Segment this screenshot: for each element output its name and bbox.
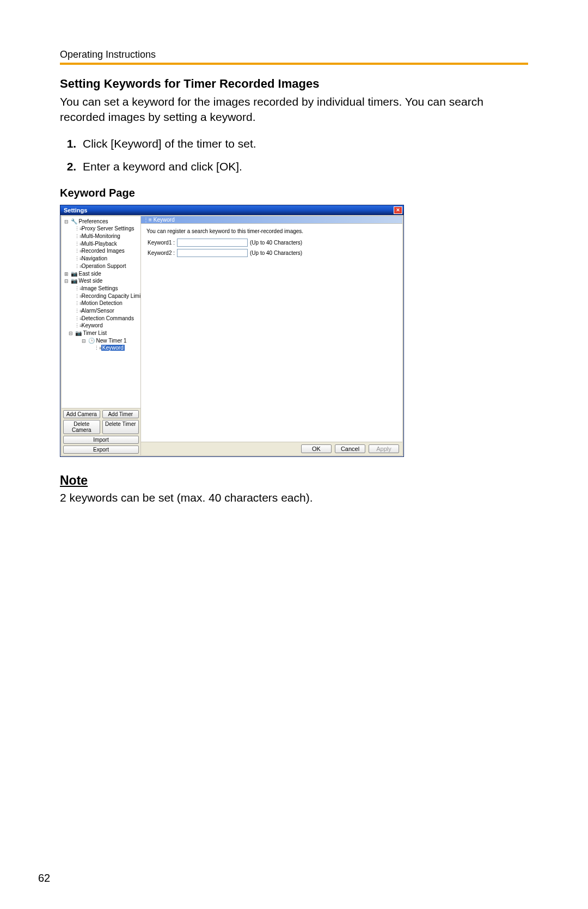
ok-button[interactable]: OK (301, 444, 332, 453)
list-icon: ⋮≡ (143, 217, 152, 223)
tree-item[interactable]: Recording Capacity Limit (82, 293, 140, 299)
tree-item[interactable]: Multi-Monitoring (82, 233, 120, 239)
apply-button[interactable]: Apply (369, 444, 399, 453)
camera-icon: 📷 (71, 271, 77, 277)
tree-preferences[interactable]: Preferences (79, 218, 108, 224)
sub-title: Keyword Page (60, 187, 528, 199)
add-timer-button[interactable]: Add Timer (102, 410, 139, 418)
header-rule (60, 63, 528, 65)
page-number: 62 (38, 872, 50, 884)
keyword1-input[interactable] (177, 239, 248, 247)
tree-item[interactable]: Detection Commands (82, 315, 134, 321)
delete-timer-button[interactable]: Delete Timer (102, 420, 139, 434)
note-body: 2 keywords can be set (max. 40 character… (60, 491, 528, 504)
tree-item[interactable]: Recorded Images (82, 248, 125, 254)
keyword2-input[interactable] (177, 249, 248, 257)
dialog-button-bar: OK Cancel Apply (141, 442, 402, 455)
keyword1-label: Keyword1 : (146, 240, 175, 246)
delete-camera-button[interactable]: Delete Camera (63, 420, 100, 434)
tree-item[interactable]: Navigation (82, 255, 107, 261)
tree-item[interactable]: Alarm/Sensor (81, 308, 114, 314)
tree-west[interactable]: West side (79, 278, 103, 284)
tree-item[interactable]: Operation Support (82, 263, 126, 269)
window-titlebar: Settings × (60, 205, 403, 215)
panel-header-label: Keyword (154, 217, 175, 223)
tree-item[interactable]: Keyword (82, 322, 103, 328)
camera-icon: 📷 (71, 278, 77, 284)
tree-new-timer[interactable]: New Timer 1 (96, 338, 127, 344)
keyword2-hint: (Up to 40 Characters) (250, 250, 302, 256)
settings-tree[interactable]: ⊟ 🔧 Preferences ⋮≡ Proxy Server Settings… (62, 216, 140, 408)
tree-item[interactable]: Multi-Playback (82, 241, 117, 247)
left-button-bar: Add Camera Add Timer Delete Camera Delet… (62, 408, 140, 455)
cancel-button[interactable]: Cancel (335, 444, 365, 453)
import-button[interactable]: Import (63, 436, 139, 444)
section-title: Setting Keywords for Timer Recorded Imag… (60, 77, 528, 91)
panel-body: You can register a search keyword to thi… (141, 224, 402, 442)
right-pane: ⋮≡Keyword You can register a search keyw… (141, 216, 402, 455)
panel-header: ⋮≡Keyword (141, 216, 402, 224)
doc-header: Operating Instructions (60, 49, 528, 60)
tree-timer-list[interactable]: Timer List (83, 330, 107, 336)
close-button[interactable]: × (394, 206, 402, 214)
window-title: Settings (64, 207, 87, 213)
settings-window: Settings × ⊟ 🔧 Preferences ⋮≡ Proxy Serv… (60, 205, 404, 457)
note-heading: Note (60, 473, 528, 488)
tree-east[interactable]: East side (79, 271, 101, 277)
steps-list: Click [Keyword] of the timer to set. Ent… (60, 137, 528, 173)
step-item: Click [Keyword] of the timer to set. (79, 137, 528, 150)
keyword1-hint: (Up to 40 Characters) (250, 240, 302, 246)
tree-item[interactable]: Image Settings (82, 285, 118, 291)
camera-icon: 📷 (75, 330, 82, 336)
left-pane: ⊟ 🔧 Preferences ⋮≡ Proxy Server Settings… (62, 216, 141, 455)
tree-item[interactable]: Proxy Server Settings (82, 225, 134, 231)
intro-text: You can set a keyword for the images rec… (60, 94, 528, 125)
step-item: Enter a keyword and click [OK]. (79, 160, 528, 173)
tree-keyword-selected[interactable]: Keyword (101, 345, 125, 351)
clock-icon: 🕒 (88, 338, 95, 344)
keyword2-label: Keyword2 : (146, 250, 175, 256)
panel-desc: You can register a search keyword to thi… (146, 228, 397, 234)
add-camera-button[interactable]: Add Camera (63, 410, 100, 418)
tree-item[interactable]: Motion Detection (82, 300, 122, 306)
export-button[interactable]: Export (63, 446, 139, 454)
